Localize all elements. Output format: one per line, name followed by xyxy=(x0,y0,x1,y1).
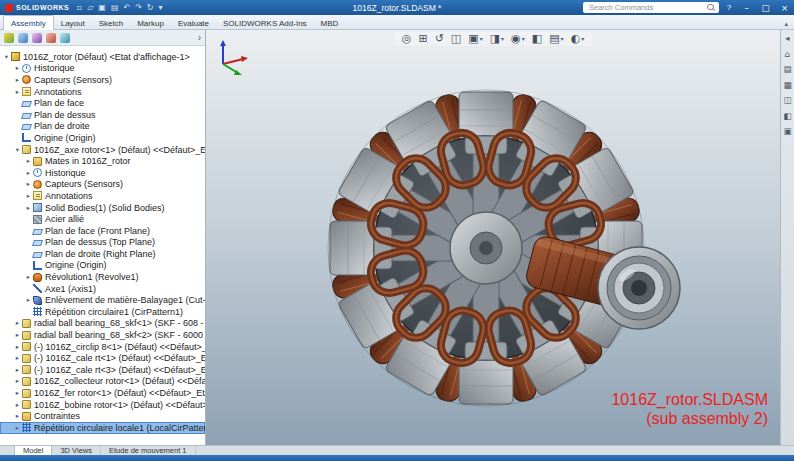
zoom-fit-icon[interactable]: ◎ xyxy=(402,32,412,46)
tree-item[interactable]: Acier allié xyxy=(0,213,205,225)
edit-appearance-icon[interactable]: ◧ xyxy=(532,32,542,46)
section-view-icon[interactable]: ◫ xyxy=(451,32,461,46)
tab-motion-study-1[interactable]: Etude de mouvement 1 xyxy=(101,446,196,455)
expand-arrow-icon[interactable]: ▸ xyxy=(13,354,22,362)
ball-bearing[interactable] xyxy=(598,247,680,329)
tree-item[interactable]: ▸Solid Bodies(1) (Solid Bodies) xyxy=(0,202,205,214)
tab-markup[interactable]: Markup xyxy=(130,16,171,30)
undo-icon[interactable]: ↶ xyxy=(121,3,133,12)
tree-item[interactable]: Plan de dessus xyxy=(0,109,205,121)
custom-properties-icon[interactable]: ▣ xyxy=(783,127,791,136)
print-icon[interactable]: ▤ xyxy=(108,3,121,12)
tree-item[interactable]: Origine (Origin) xyxy=(0,260,205,272)
view-settings-icon[interactable]: ◐▾ xyxy=(571,32,585,46)
expand-arrow-icon[interactable]: ▸ xyxy=(13,424,22,432)
tree-item[interactable]: ▸Révolution1 (Revolve1) xyxy=(0,271,205,283)
tree-item[interactable]: Plan de face (Front Plane) xyxy=(0,225,205,237)
tab-3d-views[interactable]: 3D Views xyxy=(52,446,101,455)
view-orientation-icon[interactable]: ▣▾ xyxy=(468,32,482,46)
expand-arrow-icon[interactable]: ▸ xyxy=(13,64,22,72)
expand-arrow-icon[interactable]: ▸ xyxy=(13,389,22,397)
expand-arrow-icon[interactable]: ▸ xyxy=(13,401,22,409)
hide-show-items-icon[interactable]: ◉▾ xyxy=(511,32,525,46)
tree-item[interactable]: Répétition circulaire1 (CirPattern1) xyxy=(0,306,205,318)
redo-icon[interactable]: ↷ xyxy=(133,3,145,12)
ribbon-collapse-icon[interactable]: ▴ xyxy=(784,20,788,28)
tree-item[interactable]: ▾1016Z_axe rotor<1> (Défaut) <<Défaut>_E… xyxy=(0,144,205,156)
expand-arrow-icon[interactable]: ▸ xyxy=(13,76,22,84)
tree-item[interactable]: ▸1016Z_fer rotor<1> (Défaut) <<Défaut>_E… xyxy=(0,387,205,399)
expand-arrow-icon[interactable]: ▸ xyxy=(24,157,33,165)
expand-arrow-icon[interactable]: ▸ xyxy=(24,296,33,304)
zoom-area-icon[interactable]: ⊞ xyxy=(418,32,427,46)
tree-item[interactable]: ▸radial ball bearing_68_skf<1> (SKF - 60… xyxy=(0,318,205,330)
configurationmanager-icon[interactable] xyxy=(32,33,42,43)
tree-item[interactable]: ▸Capteurs (Sensors) xyxy=(0,179,205,191)
expand-arrow-icon[interactable]: ▸ xyxy=(13,319,22,327)
expand-arrow-icon[interactable]: ▾ xyxy=(13,146,22,154)
tab-layout[interactable]: Layout xyxy=(54,16,92,30)
tree-item[interactable]: ▸Historique xyxy=(0,167,205,179)
appearances-icon[interactable]: ◧ xyxy=(783,112,791,121)
view-palette-icon[interactable]: ◫ xyxy=(783,96,791,105)
close-button[interactable]: × xyxy=(777,3,792,13)
tree-item[interactable]: Plan de droite xyxy=(0,121,205,133)
tab-solidworks-add-ins[interactable]: SOLIDWORKS Add-Ins xyxy=(216,16,314,30)
tab-model[interactable]: Model xyxy=(14,446,52,455)
command-search[interactable] xyxy=(583,2,719,13)
graphics-area[interactable]: ◎⊞↺◫▣▾◨▾◉▾◧▤▾◐▾ 1016Z_rotor.SLDASM (sub … xyxy=(206,30,780,445)
previous-view-icon[interactable]: ↺ xyxy=(435,32,444,46)
expand-arrow-icon[interactable]: ▸ xyxy=(13,412,22,420)
tree-item[interactable]: ▸Annotations xyxy=(0,190,205,202)
open-file-icon[interactable]: ▱ xyxy=(85,3,96,12)
tree-item[interactable]: ▸1016Z_bobine rotor<1> (Défaut) <<Défaut… xyxy=(0,399,205,411)
file-explorer-icon[interactable]: ▦ xyxy=(783,81,791,90)
options-arrow-icon[interactable]: ▾ xyxy=(156,3,165,12)
expand-arrow-icon[interactable]: ▸ xyxy=(24,180,33,188)
tree-item[interactable]: Axe1 (Axis1) xyxy=(0,283,205,295)
expand-arrow-icon[interactable]: ▸ xyxy=(13,88,22,96)
tree-item[interactable]: ▸Historique xyxy=(0,63,205,75)
minimize-button[interactable]: – xyxy=(739,3,754,13)
tab-sketch[interactable]: Sketch xyxy=(92,16,130,30)
featuremanager-tree-icon[interactable] xyxy=(4,33,14,43)
rotor-3d-model[interactable] xyxy=(206,30,780,445)
tree-item[interactable]: ▸Contraintes xyxy=(0,410,205,422)
new-file-icon[interactable]: ▫ xyxy=(74,3,84,12)
taskpane-collapse-icon[interactable]: ◂ xyxy=(785,34,789,43)
apply-scene-icon[interactable]: ▤▾ xyxy=(549,32,563,46)
expand-arrow-icon[interactable]: ▸ xyxy=(13,331,22,339)
tree-item[interactable]: ▸(-) 1016Z_circlip 8<1> (Défaut) <<Défau… xyxy=(0,341,205,353)
tree-item[interactable]: Plan de dessus (Top Plane) xyxy=(0,237,205,249)
save-icon[interactable]: ▣ xyxy=(96,3,109,12)
tree-item[interactable]: Plan de droite (Right Plane) xyxy=(0,248,205,260)
design-library-icon[interactable]: ▤ xyxy=(783,65,791,74)
tree-item[interactable]: ▸(-) 1016Z_cale rt<1> (Défaut) <<Défaut>… xyxy=(0,352,205,364)
tree-item[interactable]: ▸radial ball bearing_68_skf<2> (SKF - 60… xyxy=(0,329,205,341)
tab-assembly[interactable]: Assembly xyxy=(3,15,54,30)
tree-item[interactable]: ▸Répétition circulaire locale1 (LocalCir… xyxy=(0,422,205,434)
rebuild-icon[interactable]: ↻ xyxy=(144,3,156,12)
home-icon[interactable]: ⌂ xyxy=(785,50,790,59)
tab-mbd[interactable]: MBD xyxy=(314,16,346,30)
panel-expand-icon[interactable]: › xyxy=(198,33,201,43)
displaymanager-icon[interactable] xyxy=(60,33,70,43)
tree-item[interactable]: ▸Capteurs (Sensors) xyxy=(0,74,205,86)
tree-item[interactable]: Origine (Origin) xyxy=(0,132,205,144)
tree-item[interactable]: ▸1016Z_collecteur rotor<1> (Défaut) <<Dé… xyxy=(0,376,205,388)
expand-arrow-icon[interactable]: ▸ xyxy=(13,343,22,351)
expand-arrow-icon[interactable]: ▸ xyxy=(13,377,22,385)
tree-item[interactable]: ▸Enlèvement de matière-Balayage1 (Cut-Sw… xyxy=(0,294,205,306)
tab-evaluate[interactable]: Evaluate xyxy=(171,16,216,30)
tree-item[interactable]: ▾1016Z_rotor (Défaut) <Etat d'affichage-… xyxy=(0,51,205,63)
expand-arrow-icon[interactable]: ▸ xyxy=(24,204,33,212)
display-style-icon[interactable]: ◨▾ xyxy=(490,32,504,46)
tree-item[interactable]: ▸(-) 1016Z_cale rt<3> (Défaut) <<Défaut>… xyxy=(0,364,205,376)
tree-item[interactable]: ▸Mates in 1016Z_rotor xyxy=(0,155,205,167)
search-input[interactable] xyxy=(587,2,704,13)
maximize-button[interactable]: □ xyxy=(758,3,773,13)
tree-item[interactable]: ▸Annotations xyxy=(0,86,205,98)
expand-arrow-icon[interactable]: ▸ xyxy=(24,273,33,281)
help-button[interactable]: ? xyxy=(723,3,735,12)
propertymanager-icon[interactable] xyxy=(18,33,28,43)
